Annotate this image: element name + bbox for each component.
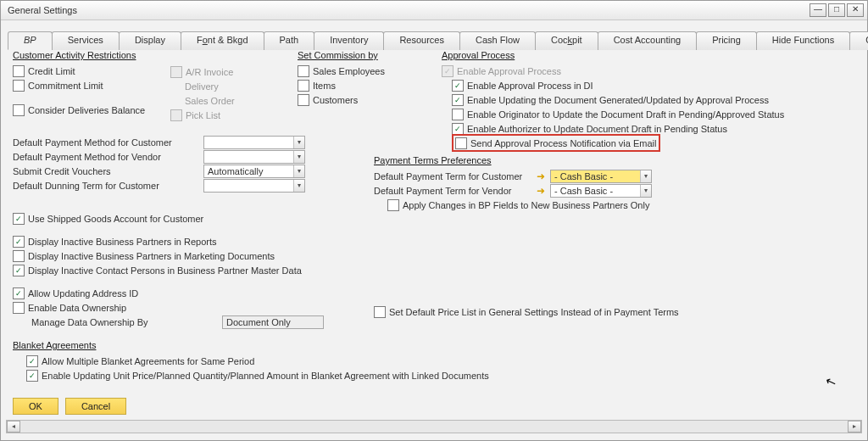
- chk-pick-list: [170, 109, 182, 121]
- lbl-credit-limit: Credit Limit: [28, 66, 75, 76]
- tab-services[interactable]: Services: [52, 31, 120, 50]
- lbl-customers: Customers: [313, 95, 358, 105]
- horizontal-scrollbar[interactable]: ◂ ▸: [6, 420, 862, 433]
- heading-blanket: Blanket Agreements: [13, 340, 606, 350]
- chk-inactive-contact[interactable]: ✓: [13, 265, 25, 276]
- val-submit-vouchers: Automatically: [208, 166, 263, 176]
- general-settings-window: General Settings — □ ✕ BP Services Displ…: [0, 0, 868, 441]
- arrow-right-icon[interactable]: ➜: [535, 185, 547, 197]
- tab-pricing[interactable]: Pricing: [696, 31, 757, 50]
- chevron-down-icon: ▾: [640, 170, 651, 182]
- chevron-down-icon: ▾: [293, 151, 304, 163]
- chk-items[interactable]: [298, 80, 309, 92]
- combo-dpt-vendor[interactable]: - Cash Basic -▾: [550, 184, 652, 198]
- chk-consider-deliveries[interactable]: [13, 104, 25, 116]
- lbl-approval-originator: Enable Originator to Update the Document…: [467, 109, 784, 120]
- cursor-icon: ↖: [823, 372, 838, 390]
- tab-qr-codes[interactable]: QR Codes: [849, 31, 868, 50]
- chk-approval-authorizer[interactable]: ✓: [452, 123, 464, 135]
- chk-approval-originator[interactable]: [452, 109, 464, 120]
- scroll-right-icon[interactable]: ▸: [848, 421, 861, 433]
- window-title: General Settings: [4, 5, 77, 15]
- lbl-allow-address: Allow Updating Address ID: [28, 288, 138, 299]
- val-dpt-vendor: - Cash Basic -: [554, 186, 613, 196]
- combo-ownership-by: Document Only: [222, 315, 324, 329]
- heading-approval: Approval Process: [442, 50, 857, 60]
- maximize-button[interactable]: □: [828, 3, 845, 17]
- lbl-ownership-by: Manage Data Ownership By: [13, 317, 222, 327]
- lbl-apply-new-bp: Apply Changes in BP Fields to New Busine…: [403, 200, 649, 210]
- minimize-button[interactable]: —: [810, 3, 826, 17]
- tab-bp[interactable]: BP: [8, 31, 53, 50]
- lbl-sales-employees: Sales Employees: [313, 66, 385, 76]
- chk-default-pricelist[interactable]: [374, 306, 386, 318]
- lbl-blanket-unitprice: Enable Updating Unit Price/Planned Quant…: [42, 371, 489, 381]
- lbl-shipped-goods: Use Shipped Goods Account for Customer: [28, 214, 203, 224]
- tab-cost-accounting[interactable]: Cost Accounting: [598, 31, 698, 50]
- tab-cash-flow[interactable]: Cash Flow: [459, 31, 536, 50]
- lbl-blanket-multi: Allow Multiple Blanket Agreements for Sa…: [42, 356, 254, 366]
- chk-inactive-reports[interactable]: ✓: [13, 236, 25, 248]
- chk-approval-update-doc[interactable]: ✓: [452, 94, 464, 106]
- tab-resources[interactable]: Resources: [383, 31, 460, 50]
- tab-inventory[interactable]: Inventory: [314, 31, 384, 50]
- lbl-inactive-contact: Display Inactive Contact Persons in Busi…: [28, 265, 302, 276]
- chk-approval-email[interactable]: [455, 137, 467, 149]
- lbl-enable-approval: Enable Approval Process: [457, 66, 561, 76]
- window-buttons: — □ ✕: [810, 3, 864, 17]
- scroll-left-icon[interactable]: ◂: [7, 421, 20, 433]
- chk-commitment-limit[interactable]: [13, 80, 25, 92]
- tab-strip: BP Services Display Font & Bkgd Path Inv…: [8, 31, 860, 50]
- chevron-down-icon: ▾: [640, 185, 651, 197]
- titlebar: General Settings — □ ✕: [1, 1, 867, 20]
- chk-apply-new-bp[interactable]: [387, 199, 399, 211]
- chevron-down-icon: ▾: [293, 137, 304, 148]
- lbl-commitment-limit: Commitment Limit: [28, 81, 103, 91]
- lbl-consider-deliveries: Consider Deliveries Balance: [28, 105, 145, 115]
- chk-shipped-goods[interactable]: ✓: [13, 213, 25, 225]
- chk-blanket-unitprice[interactable]: ✓: [26, 370, 38, 382]
- chevron-down-icon: ▾: [293, 180, 304, 192]
- chk-blanket-multi[interactable]: ✓: [26, 355, 38, 367]
- close-button[interactable]: ✕: [847, 3, 864, 17]
- lbl-sales-order: Sales Order: [185, 96, 235, 106]
- combo-dunning-term[interactable]: ▾: [203, 179, 305, 193]
- chk-approval-di[interactable]: ✓: [452, 80, 464, 92]
- combo-dpm-customer[interactable]: ▾: [203, 136, 305, 149]
- highlight-email-notification: Send Approval Process Notification via E…: [452, 134, 660, 152]
- tab-path[interactable]: Path: [264, 31, 315, 50]
- combo-dpm-vendor[interactable]: ▾: [203, 150, 305, 164]
- val-dpt-customer: - Cash Basic -: [554, 171, 613, 181]
- lbl-dpt-vendor: Default Payment Term for Vendor: [374, 186, 535, 196]
- lbl-inactive-marketing: Display Inactive Business Partners in Ma…: [28, 251, 275, 261]
- combo-dpt-customer[interactable]: - Cash Basic -▾: [550, 170, 652, 183]
- tab-cockpit[interactable]: Cockpit: [535, 31, 598, 50]
- lbl-approval-authorizer: Enable Authorizer to Update Document Dra…: [467, 124, 727, 134]
- cancel-button[interactable]: Cancel: [65, 398, 126, 415]
- arrow-right-icon[interactable]: ➜: [535, 170, 547, 182]
- tab-display[interactable]: Display: [119, 31, 181, 50]
- lbl-items: Items: [313, 81, 336, 91]
- chk-enable-approval: ✓: [442, 65, 453, 77]
- ok-button[interactable]: OK: [13, 398, 58, 415]
- footer: OK Cancel: [13, 398, 126, 415]
- tab-font-bkgd[interactable]: Font & Bkgd: [181, 31, 264, 50]
- combo-submit-vouchers[interactable]: Automatically▾: [203, 165, 305, 178]
- val-ownership-by: Document Only: [226, 317, 291, 327]
- chk-inactive-marketing[interactable]: [13, 250, 25, 262]
- lbl-approval-di: Enable Approval Process in DI: [467, 81, 593, 91]
- chk-customers[interactable]: [298, 94, 309, 106]
- lbl-approval-update-doc: Enable Updating the Document Generated/U…: [467, 95, 769, 105]
- lbl-dpm-vendor: Default Payment Method for Vendor: [13, 152, 203, 162]
- chk-allow-address[interactable]: ✓: [13, 287, 25, 299]
- chk-data-ownership[interactable]: [13, 302, 25, 314]
- lbl-dpt-customer: Default Payment Term for Customer: [374, 171, 535, 181]
- chk-sales-employees[interactable]: [298, 65, 309, 77]
- tab-hide-functions[interactable]: Hide Functions: [756, 31, 850, 50]
- lbl-dpm-customer: Default Payment Method for Customer: [13, 137, 203, 148]
- chevron-down-icon: ▾: [293, 165, 304, 177]
- heading-car: Customer Activity Restrictions: [13, 50, 165, 60]
- heading-ptp: Payment Terms Preferences: [374, 155, 849, 165]
- chk-credit-limit[interactable]: [13, 65, 25, 77]
- tab-body: Customer Activity Restrictions Credit Li…: [1, 50, 867, 59]
